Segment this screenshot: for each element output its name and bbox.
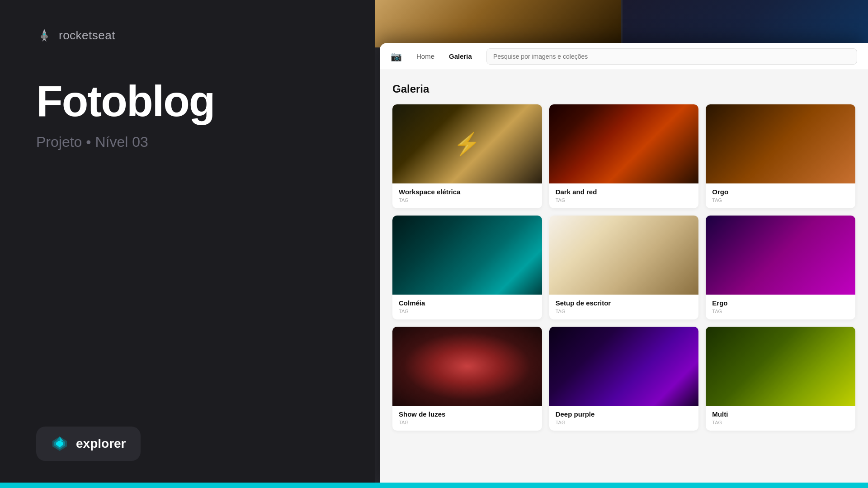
top-strip-img2 <box>623 0 868 47</box>
nav-home[interactable]: Home <box>416 52 434 60</box>
photo-card[interactable]: Dark and red TAG <box>549 104 699 208</box>
photo-thumb <box>392 104 542 183</box>
photo-name: Colméia <box>399 299 536 307</box>
explorer-text: explorer <box>76 436 126 451</box>
rocket-icon <box>36 27 52 43</box>
top-strip <box>375 0 868 47</box>
nav-gallery[interactable]: Galeria <box>449 52 472 60</box>
photo-info: Multi TAG <box>706 406 855 431</box>
photo-name: Workspace elétrica <box>399 188 536 196</box>
photo-thumb <box>549 104 699 183</box>
bottom-bar <box>0 483 868 488</box>
photo-card[interactable]: Orgo TAG <box>706 104 855 208</box>
photo-name: Multi <box>712 410 849 418</box>
photo-name: Orgo <box>712 188 849 196</box>
subtitle: Projeto • Nível 03 <box>36 134 339 150</box>
photo-name: Setup de escritor <box>556 299 693 307</box>
photo-tag: TAG <box>712 197 849 203</box>
gallery-title: Galeria <box>392 83 855 95</box>
photo-tag: TAG <box>556 420 693 425</box>
logo-area: rocketseat <box>36 27 339 43</box>
browser-window: 📷 Home Galeria Galeria Workspace elétric… <box>380 43 868 488</box>
browser-nav: 📷 Home Galeria <box>380 43 868 70</box>
photo-name: Ergo <box>712 299 849 307</box>
photo-info: Deep purple TAG <box>549 406 699 431</box>
photo-thumb <box>549 327 699 406</box>
logo-text: rocketseat <box>59 28 115 42</box>
photo-tag: TAG <box>556 197 693 203</box>
photo-tag: TAG <box>712 309 849 314</box>
photo-info: Colméia TAG <box>392 295 542 319</box>
photo-name: Show de luzes <box>399 410 536 418</box>
photo-info: Ergo TAG <box>706 295 855 319</box>
photo-grid: Workspace elétrica TAG Dark and red TAG … <box>392 104 855 431</box>
photo-tag: TAG <box>556 309 693 314</box>
main-title: Fotoblog <box>36 80 339 123</box>
photo-card[interactable]: Workspace elétrica TAG <box>392 104 542 208</box>
photo-thumb <box>706 104 855 183</box>
photo-info: Dark and red TAG <box>549 183 699 208</box>
photo-card[interactable]: Ergo TAG <box>706 216 855 319</box>
photo-info: Orgo TAG <box>706 183 855 208</box>
svg-rect-0 <box>43 33 45 35</box>
photo-card[interactable]: Setup de escritor TAG <box>549 216 699 319</box>
photo-info: Workspace elétrica TAG <box>392 183 542 208</box>
gallery-content: Galeria Workspace elétrica TAG Dark and … <box>380 70 868 488</box>
photo-card[interactable]: Colméia TAG <box>392 216 542 319</box>
left-panel: rocketseat Fotoblog Projeto • Nível 03 e… <box>0 0 375 488</box>
photo-name: Dark and red <box>556 188 693 196</box>
photo-tag: TAG <box>399 197 536 203</box>
photo-card[interactable]: Show de luzes TAG <box>392 327 542 431</box>
photo-thumb <box>392 327 542 406</box>
photo-card[interactable]: Multi TAG <box>706 327 855 431</box>
camera-icon: 📷 <box>391 51 402 62</box>
photo-tag: TAG <box>712 420 849 425</box>
photo-tag: TAG <box>399 309 536 314</box>
photo-tag: TAG <box>399 420 536 425</box>
photo-info: Show de luzes TAG <box>392 406 542 431</box>
photo-thumb <box>392 216 542 295</box>
photo-thumb <box>706 327 855 406</box>
photo-name: Deep purple <box>556 410 693 418</box>
photo-card[interactable]: Deep purple TAG <box>549 327 699 431</box>
right-panel: 📷 Home Galeria Galeria Workspace elétric… <box>375 0 868 488</box>
photo-thumb <box>549 216 699 295</box>
explorer-icon <box>51 435 69 453</box>
photo-thumb <box>706 216 855 295</box>
search-input[interactable] <box>486 48 857 65</box>
explorer-badge: explorer <box>36 427 141 461</box>
top-strip-img1 <box>375 0 621 47</box>
photo-info: Setup de escritor TAG <box>549 295 699 319</box>
